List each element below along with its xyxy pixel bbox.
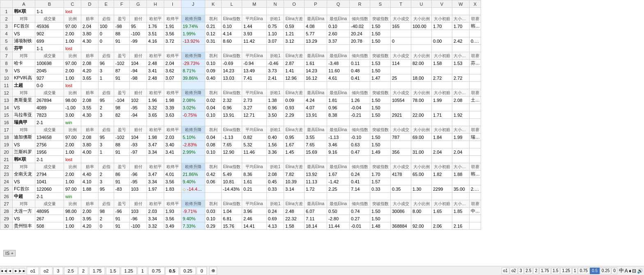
data-cell[interactable]: 0.27 (350, 215, 370, 222)
data-cell[interactable]: -93 (130, 141, 147, 148)
data-cell[interactable]: 1.56 (267, 141, 284, 148)
data-cell[interactable]: 0.40 (205, 74, 222, 82)
data-cell[interactable]: KPV科高 (13, 74, 35, 82)
data-cell[interactable]: 1 (99, 74, 114, 82)
data-cell[interactable]: 4.10 (81, 178, 99, 185)
data-cell[interactable]: 65.00 (411, 171, 432, 178)
col-header-a[interactable]: A (13, 0, 35, 8)
data-cell[interactable]: 14.23 (305, 67, 327, 74)
data-cell[interactable]: 2.08% (181, 97, 205, 104)
data-cell[interactable]: 2.04 (432, 148, 452, 156)
data-cell[interactable] (452, 178, 470, 185)
data-cell-special[interactable]: 0.35 (391, 185, 411, 193)
data-cell[interactable]: 4.01 (164, 171, 181, 178)
data-cell[interactable]: 1.84 (432, 134, 452, 141)
data-cell[interactable]: 104 (130, 134, 147, 141)
data-cell[interactable]: 4.14 (222, 30, 242, 37)
data-cell[interactable]: 1.50 (370, 111, 391, 119)
data-cell[interactable]: 1.50 (370, 97, 391, 104)
data-cell[interactable]: 0.74 (350, 208, 370, 215)
data-cell[interactable]: 5.32 (242, 141, 267, 148)
data-cell[interactable] (391, 104, 411, 111)
data-cell[interactable]: 91 (114, 215, 130, 222)
data-cell[interactable]: -95 (130, 178, 147, 185)
sheet-tab-o1[interactable]: o1 (27, 267, 39, 275)
data-cell[interactable]: 3.80 (81, 141, 99, 148)
data-cell[interactable] (452, 67, 470, 74)
col-header-j[interactable]: J (181, 0, 205, 8)
data-cell[interactable]: 1 (99, 148, 114, 156)
data-cell[interactable]: 508 (35, 222, 64, 230)
data-cell[interactable]: 2.08 (452, 97, 470, 104)
data-cell[interactable]: 78.00 (411, 97, 432, 104)
data-cell[interactable]: 0.41 (350, 74, 370, 82)
data-cell[interactable]: 瑞典甲 (470, 134, 481, 141)
data-cell[interactable]: 3.96 (242, 208, 267, 215)
section-score[interactable]: 2-1 (35, 193, 64, 200)
data-cell[interactable]: 0.21 (205, 23, 222, 30)
data-cell[interactable]: 3.55 (81, 104, 99, 111)
data-cell[interactable]: 104 (130, 60, 147, 67)
data-cell[interactable]: 2756 (35, 141, 64, 148)
data-cell[interactable]: 91 (114, 222, 130, 230)
data-cell[interactable]: 2.00 (64, 171, 81, 178)
data-cell[interactable]: 3.95 (81, 215, 99, 222)
data-cell[interactable]: 11.60 (327, 67, 350, 74)
data-cell[interactable]: 2.04 (452, 148, 470, 156)
nav-prev[interactable]: ◄ (7, 268, 13, 274)
data-cell[interactable]: 1041 (35, 178, 64, 185)
data-cell[interactable]: 0.31 (205, 37, 222, 45)
data-cell[interactable]: -96 (114, 208, 130, 215)
data-cell-special[interactable] (205, 185, 222, 193)
data-cell[interactable]: 0 (391, 37, 411, 45)
sheet-tab-3[interactable]: 3 (53, 267, 63, 275)
data-cell[interactable]: 1.91 (164, 23, 181, 30)
data-cell[interactable]: 8.00 (411, 208, 432, 215)
data-cell[interactable]: 3.40 (164, 141, 181, 148)
data-cell[interactable] (432, 30, 452, 37)
data-cell[interactable]: 30086 (391, 208, 411, 215)
data-cell[interactable]: 0.10 (327, 23, 350, 30)
data-cell[interactable]: 0 (99, 37, 114, 45)
data-cell[interactable]: 1.96 (147, 97, 164, 104)
data-cell[interactable]: 3.32 (147, 104, 164, 111)
data-cell[interactable]: 86 (114, 171, 130, 178)
data-cell[interactable]: 8.38 (327, 111, 350, 119)
data-cell[interactable]: 奥斯曼里 (13, 97, 35, 104)
data-cell[interactable]: 1.49 (370, 148, 391, 156)
col-header-i[interactable]: I (164, 0, 181, 8)
data-cell[interactable]: -3.48 (327, 60, 350, 67)
data-cell[interactable]: 9.40% (181, 178, 205, 185)
data-cell[interactable]: 0.82 (242, 134, 267, 141)
data-cell[interactable]: 2.46 (242, 215, 267, 222)
col-header-p[interactable]: P (305, 0, 327, 8)
data-cell[interactable]: -40.02 (350, 23, 370, 30)
data-cell[interactable]: 韩K联 (470, 23, 481, 30)
data-cell[interactable]: 2.16 (452, 222, 470, 230)
data-cell-special[interactable]: 2299 (432, 185, 452, 193)
data-cell[interactable]: 13.49 (242, 67, 267, 74)
data-cell[interactable]: 1.98 (164, 97, 181, 104)
col-header-o[interactable]: O (284, 0, 305, 8)
data-cell[interactable]: 0.00 (432, 37, 452, 45)
col-header-x[interactable]: X (470, 0, 481, 8)
data-cell[interactable]: 114 (391, 60, 411, 67)
col-header-q[interactable]: Q (327, 0, 350, 8)
data-cell[interactable] (452, 215, 470, 222)
section-league[interactable]: 土超 (13, 82, 35, 89)
data-cell[interactable]: 3.34 (147, 215, 164, 222)
data-cell[interactable]: 0.47 (350, 148, 370, 156)
data-cell[interactable]: 4.16 (147, 37, 164, 45)
data-cell[interactable]: 1.53 (452, 60, 470, 67)
data-cell[interactable]: 0.96 (267, 104, 284, 111)
data-cell[interactable]: VS (13, 215, 35, 222)
data-cell[interactable]: 98.00 (64, 97, 81, 104)
data-cell[interactable]: 0.45 (267, 178, 284, 185)
data-cell[interactable]: 1.00 (64, 215, 81, 222)
data-cell[interactable]: 1.99% (181, 30, 205, 37)
data-cell[interactable]: 0.42 (205, 171, 222, 178)
data-cell[interactable]: 0.11 (350, 60, 370, 67)
data-cell[interactable]: -96 (130, 171, 147, 178)
data-cell[interactable]: 贵州恒丰 (13, 222, 35, 230)
data-cell[interactable]: 12.71 (242, 111, 267, 119)
